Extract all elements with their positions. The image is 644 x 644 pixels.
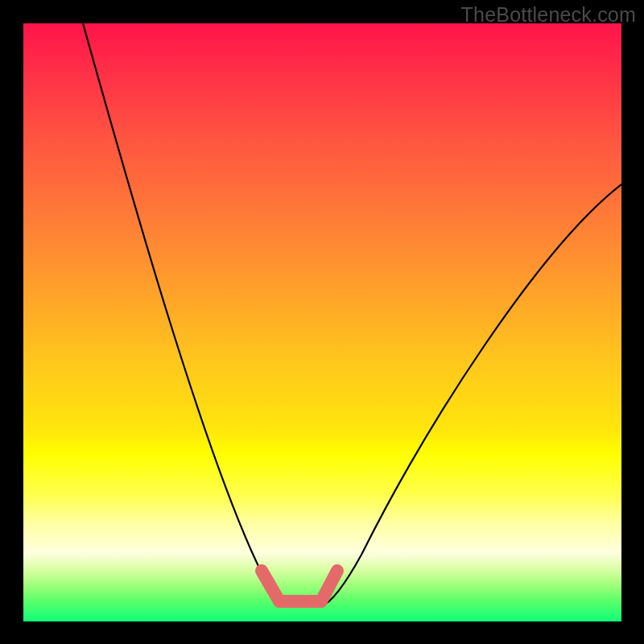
bottleneck-curve	[83, 23, 621, 606]
chart-svg	[23, 23, 621, 621]
watermark-text: TheBottleneck.com	[461, 3, 636, 27]
optimal-range-highlight	[262, 571, 337, 601]
chart-frame: TheBottleneck.com	[0, 0, 644, 644]
